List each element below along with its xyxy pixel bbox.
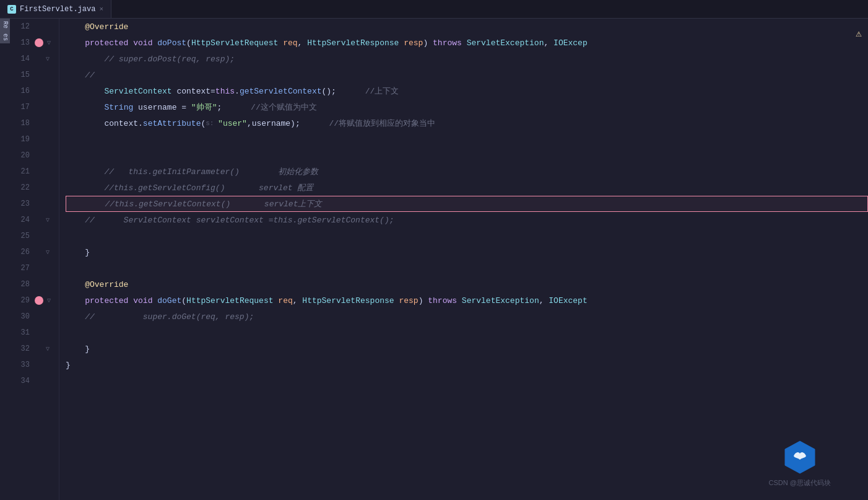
token-plain: [274, 296, 279, 305]
code-line: // this.getInitParameter() 初始化参数: [66, 164, 868, 180]
token-param: req: [278, 296, 292, 305]
token-string: "帅哥": [191, 102, 217, 113]
line-number: 31: [10, 328, 35, 337]
code-line: //this.getServletConfig() servlet 配置: [66, 180, 868, 196]
gutter-row: 28: [10, 276, 59, 292]
token-type: ServletException: [462, 296, 539, 305]
side-label-es[interactable]: es: [0, 31, 10, 43]
token-punct: (: [181, 296, 186, 305]
code-line: }: [66, 244, 868, 260]
token-type: ServletContext: [104, 87, 171, 96]
gutter-row: 23: [10, 196, 59, 212]
file-type-icon: C: [7, 5, 16, 14]
token-punct: }: [66, 248, 90, 257]
token-punct: }: [66, 344, 90, 354]
token-kw-blue: String: [104, 103, 133, 112]
gutter-row: 19: [10, 131, 59, 147]
line-number: 25: [10, 232, 35, 240]
breakpoint-indicator[interactable]: [35, 296, 43, 305]
gutter-row: 17: [10, 99, 59, 115]
code-line: @Override: [66, 276, 868, 292]
fold-arrow[interactable]: ▽: [43, 55, 52, 63]
line-number: 23: [10, 200, 35, 208]
csdn-text-label: CSDN @思诚代码块: [769, 478, 831, 488]
gutter-row: 14▽: [10, 51, 59, 67]
token-type: HttpServletResponse: [302, 296, 394, 305]
token-punct: (: [201, 119, 206, 128]
code-line: // super.doGet(req, resp);: [66, 309, 868, 325]
token-plain: [336, 87, 365, 96]
gutter-row: 33: [10, 357, 59, 373]
fold-arrow[interactable]: ▽: [45, 296, 53, 305]
gutter-row: 22: [10, 180, 59, 196]
token-plain: context=: [172, 87, 215, 96]
token-param: req: [283, 38, 297, 48]
token-comment: //: [66, 71, 95, 80]
token-plain: [152, 38, 157, 48]
code-line: [66, 325, 868, 341]
code-line: // ServletContext servletContext =this.g…: [66, 212, 868, 228]
token-comment-cn: //上下文: [365, 86, 399, 97]
token-kw: throws: [428, 296, 457, 305]
token-type: HttpServletRequest: [191, 38, 278, 48]
token-punct: ,: [544, 38, 553, 48]
csdn-hexagon-icon: [781, 439, 818, 476]
code-line: [66, 131, 868, 147]
fold-arrow[interactable]: ▽: [45, 38, 53, 47]
token-punct: (: [186, 38, 191, 48]
line-number: 21: [10, 167, 35, 176]
line-number: 30: [10, 312, 35, 321]
gutter-row: 15: [10, 67, 59, 83]
code-line: [66, 260, 868, 276]
gutter-row: 12: [10, 19, 59, 35]
token-punct: }: [66, 361, 71, 370]
token-plain: username =: [133, 103, 191, 112]
line-number: 20: [10, 151, 35, 160]
fold-arrow[interactable]: ▽: [43, 344, 52, 353]
token-punct: ): [423, 38, 433, 48]
token-plain: [457, 296, 462, 305]
line-number: 17: [10, 103, 35, 112]
token-kw: void: [133, 38, 152, 48]
code-line: //this.getServletContext() servlet上下文: [66, 196, 868, 212]
code-editor[interactable]: @Override protected void doPost(HttpServ…: [59, 19, 868, 500]
side-label-re[interactable]: Re: [0, 19, 10, 31]
token-type: IOExcep: [553, 38, 588, 48]
token-hint: s:: [206, 120, 218, 127]
token-type: IOExcept: [549, 296, 587, 305]
token-plain: [394, 296, 399, 305]
gutter-row: 29▽: [10, 292, 59, 309]
token-plain: [462, 38, 467, 48]
gutter-row: 20: [10, 147, 59, 164]
token-method: doPost: [157, 38, 186, 48]
line-number: 19: [10, 135, 35, 144]
line-number: 14: [10, 55, 35, 63]
tab-bar: C FirstServlet.java ×: [0, 0, 868, 19]
code-line: //: [66, 67, 868, 83]
token-annotation: @Override: [66, 22, 128, 32]
token-comment: //this.getServletConfig() servlet 配置: [66, 182, 313, 193]
token-comment: // ServletContext servletContext =this.g…: [66, 216, 394, 225]
line-number: 13: [10, 38, 35, 47]
breakpoint-indicator[interactable]: [35, 38, 43, 47]
line-number-gutter: 1213▽14▽15161718192021222324▽2526▽272829…: [10, 19, 59, 500]
token-punct: ): [419, 296, 428, 305]
editor-area: Re es 1213▽14▽15161718192021222324▽2526▽…: [0, 19, 868, 500]
token-string: "user": [218, 119, 247, 128]
code-line: }: [66, 357, 868, 373]
warning-icon: ⚠: [856, 27, 862, 40]
file-tab[interactable]: C FirstServlet.java ×: [0, 0, 111, 18]
fold-arrow[interactable]: ▽: [43, 216, 52, 224]
token-plain: [66, 103, 104, 112]
line-number: 29: [10, 296, 35, 305]
line-number: 32: [10, 344, 35, 353]
token-punct: ;: [217, 103, 222, 112]
code-line: // super.doPost(req, resp);: [66, 51, 868, 67]
token-kw: throws: [433, 38, 462, 48]
gutter-row: 24▽: [10, 212, 59, 228]
token-punct: ,: [293, 296, 303, 305]
gutter-row: 27: [10, 260, 59, 276]
token-plain: [152, 296, 157, 305]
fold-arrow[interactable]: ▽: [43, 248, 52, 257]
tab-close-button[interactable]: ×: [99, 6, 103, 13]
